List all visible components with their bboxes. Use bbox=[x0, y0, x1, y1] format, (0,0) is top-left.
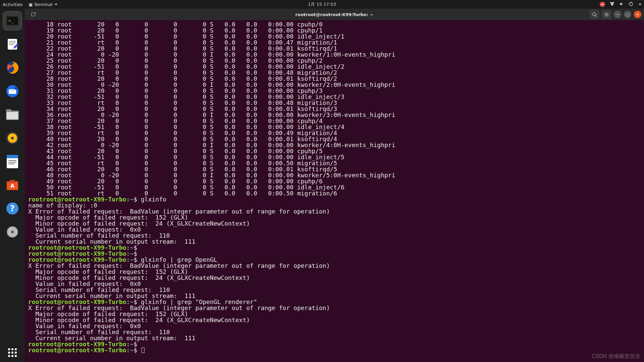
svg-point-33 bbox=[592, 12, 595, 15]
svg-rect-22 bbox=[8, 160, 16, 161]
terminal-window: rootroot@rootroot-X99-Turbo: ~ ─ ▢ ✕ 18 … bbox=[25, 9, 644, 362]
svg-rect-36 bbox=[604, 14, 608, 15]
power-icon[interactable] bbox=[629, 2, 633, 7]
new-tab-button[interactable] bbox=[27, 10, 40, 19]
svg-rect-32 bbox=[32, 13, 35, 16]
dock-rhythmbox-icon[interactable] bbox=[3, 129, 22, 147]
network-icon[interactable] bbox=[610, 2, 614, 7]
chevron-down-icon bbox=[55, 4, 57, 5]
app-menu-label: Terminal bbox=[34, 2, 53, 7]
gnome-topbar: Activities ▣ Terminal 1月 15 17:53 bbox=[0, 0, 644, 9]
search-button[interactable] bbox=[590, 10, 599, 19]
volume-icon[interactable] bbox=[619, 2, 624, 7]
ubuntu-dock: >_ A ? bbox=[0, 9, 25, 362]
svg-line-34 bbox=[595, 15, 597, 17]
dock-libreoffice-writer-icon[interactable] bbox=[3, 152, 22, 171]
svg-rect-15 bbox=[6, 109, 11, 112]
hamburger-menu-button[interactable] bbox=[602, 10, 611, 19]
svg-point-19 bbox=[11, 137, 14, 139]
svg-text:A: A bbox=[10, 183, 15, 189]
dock-help-icon[interactable]: ? bbox=[3, 199, 22, 218]
dock-terminal-icon[interactable]: >_ bbox=[3, 11, 22, 30]
do-not-disturb-icon[interactable] bbox=[600, 2, 605, 7]
activities-button[interactable]: Activities bbox=[3, 2, 22, 7]
svg-rect-11 bbox=[9, 44, 14, 45]
minimize-button[interactable]: ─ bbox=[614, 11, 621, 18]
svg-text:>_: >_ bbox=[8, 18, 14, 23]
svg-rect-37 bbox=[604, 15, 608, 16]
close-button[interactable]: ✕ bbox=[634, 11, 641, 18]
svg-point-2 bbox=[611, 4, 613, 6]
dock-firefox-icon[interactable] bbox=[3, 58, 22, 77]
svg-rect-24 bbox=[8, 164, 14, 164]
dock-ubuntu-software-icon[interactable]: A bbox=[3, 176, 22, 194]
system-menu-chevron-icon[interactable] bbox=[639, 4, 641, 5]
svg-text:?: ? bbox=[10, 204, 15, 213]
dock-thunderbird-icon[interactable] bbox=[3, 82, 22, 101]
svg-point-0 bbox=[610, 2, 611, 3]
show-applications-icon[interactable] bbox=[3, 343, 22, 362]
window-title: rootroot@rootroot-X99-Turbo: ~ bbox=[296, 12, 374, 17]
dock-text-editor-icon[interactable] bbox=[3, 35, 22, 54]
dock-files-icon[interactable] bbox=[3, 105, 22, 124]
watermark: CSDN @南棱笑笑生 bbox=[592, 353, 641, 360]
svg-rect-10 bbox=[9, 43, 16, 43]
svg-point-1 bbox=[613, 2, 614, 3]
app-menu[interactable]: ▣ Terminal bbox=[29, 2, 57, 7]
window-titlebar: rootroot@rootroot-X99-Turbo: ~ ─ ▢ ✕ bbox=[25, 9, 644, 20]
terminal-output[interactable]: 18 root 20 0 0 0 0 S 0.0 0.0 0:00.00 cpu… bbox=[25, 20, 644, 362]
svg-rect-4 bbox=[631, 2, 631, 3]
svg-rect-16 bbox=[7, 112, 18, 119]
dock-disk-utility-icon[interactable] bbox=[3, 223, 22, 241]
terminal-small-icon: ▣ bbox=[29, 2, 33, 7]
maximize-button[interactable]: ▢ bbox=[624, 11, 631, 18]
svg-rect-21 bbox=[7, 155, 18, 158]
svg-rect-35 bbox=[604, 13, 608, 13]
svg-rect-23 bbox=[8, 162, 16, 163]
clock[interactable]: 1月 15 17:53 bbox=[308, 1, 336, 7]
svg-point-31 bbox=[11, 231, 14, 233]
svg-rect-9 bbox=[9, 41, 16, 42]
